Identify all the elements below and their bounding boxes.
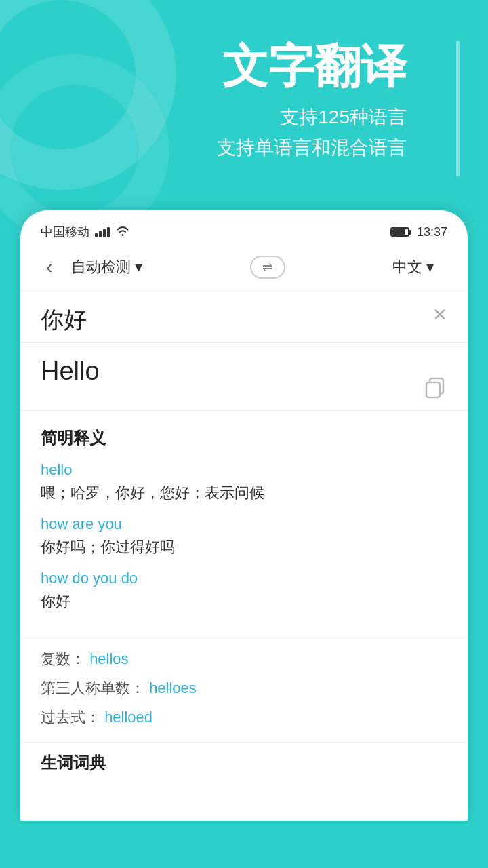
inflect-label-0: 复数：: [41, 650, 85, 667]
inflect-row-1: 第三人称单数： helloes: [41, 677, 447, 699]
signal-bar-4: [107, 227, 110, 237]
dict-word-2[interactable]: how do you do: [41, 570, 447, 587]
carrier-label: 中国移动: [41, 224, 89, 240]
dict-section: 简明释义 hello 喂；哈罗，你好，您好；表示问候 how are you 你…: [20, 411, 468, 631]
bottom-section-title: 生词词典: [20, 742, 468, 776]
dict-section-title: 简明释义: [41, 427, 447, 449]
time-label: 13:37: [417, 225, 447, 239]
swap-languages-button[interactable]: ⇌: [250, 256, 285, 279]
dict-def-0: 喂；哈罗，你好，您好；表示问候: [41, 483, 447, 503]
lang-to-selector[interactable]: 中文 ▾: [392, 257, 434, 277]
inflect-label-2: 过去式：: [41, 709, 100, 726]
back-button[interactable]: ‹: [41, 254, 58, 281]
battery-icon: [390, 227, 411, 237]
inflect-row-2: 过去式： helloed: [41, 706, 447, 728]
nav-bar: ‹ 自动检测 ▾ ⇌ 中文 ▾: [20, 247, 468, 291]
result-area: Hello: [20, 343, 468, 411]
dict-entry-0: hello 喂；哈罗，你好，您好；表示问候: [41, 461, 447, 503]
copy-button[interactable]: [423, 376, 447, 400]
signal-bar-1: [95, 233, 98, 237]
inflect-value-2[interactable]: helloed: [104, 709, 152, 726]
main-title: 文字翻译: [41, 41, 447, 92]
inflect-value-0[interactable]: hellos: [89, 650, 128, 667]
lang-from-selector[interactable]: 自动检测 ▾: [71, 257, 142, 277]
dict-entry-2: how do you do 你好: [41, 570, 447, 612]
sub-title-2: 支持单语言和混合语言: [41, 133, 447, 163]
sub-title-1: 支持125种语言: [41, 102, 447, 133]
dict-def-1: 你好吗；你过得好吗: [41, 537, 447, 557]
top-header: 文字翻译 支持125种语言 支持单语言和混合语言: [0, 0, 488, 190]
dict-def-2: 你好: [41, 591, 447, 612]
signal-bar-3: [103, 229, 106, 237]
dict-entry-1: how are you 你好吗；你过得好吗: [41, 515, 447, 557]
input-area: 你好 ✕: [20, 291, 468, 343]
svg-rect-1: [426, 382, 440, 397]
dict-word-1[interactable]: how are you: [41, 515, 447, 533]
inflections-section: 复数： hellos 第三人称单数： helloes 过去式： helloed: [20, 637, 468, 742]
status-left: 中国移动: [41, 224, 130, 240]
inflect-row-0: 复数： hellos: [41, 648, 447, 670]
input-text[interactable]: 你好: [41, 307, 87, 332]
wifi-icon: [115, 225, 130, 239]
dict-word-0[interactable]: hello: [41, 461, 447, 479]
inflect-label-1: 第三人称单数：: [41, 679, 145, 696]
result-text: Hello: [41, 357, 100, 385]
signal-bar-2: [99, 231, 102, 237]
clear-button[interactable]: ✕: [432, 304, 447, 326]
phone-mockup: 中国移动 1: [20, 210, 468, 821]
inflect-value-1[interactable]: helloes: [149, 679, 197, 696]
status-bar: 中国移动 1: [20, 210, 468, 247]
signal-bars: [95, 226, 110, 237]
status-right: 13:37: [390, 225, 447, 239]
